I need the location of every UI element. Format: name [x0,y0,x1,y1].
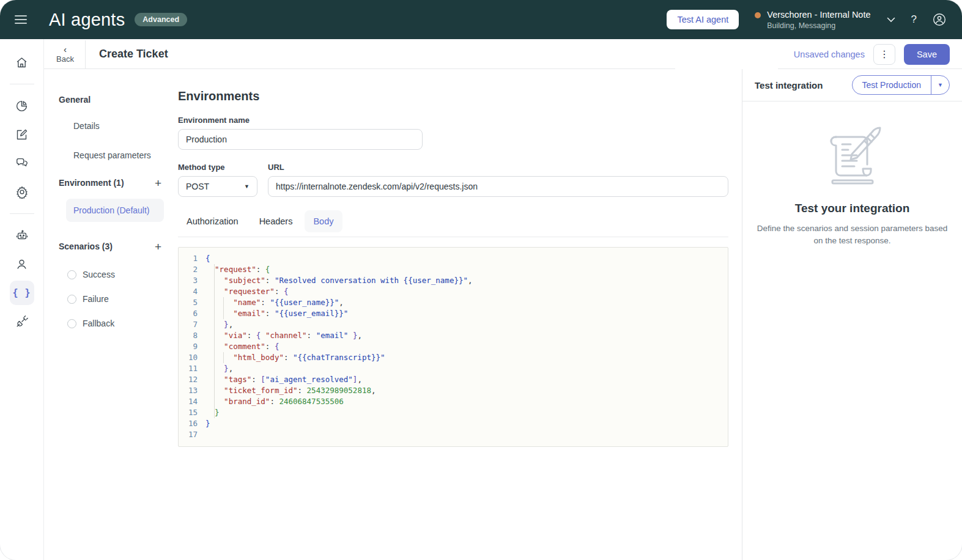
settings-gear-icon[interactable] [10,180,34,204]
user-avatar-icon[interactable] [933,13,946,26]
account-switcher[interactable]: Verschoren - Internal Note Building, Mes… [755,9,870,30]
test-integration-panel: Test integration Test Production ▼ [742,69,962,560]
environment-name-label: Environment name [178,116,423,125]
empty-state-title: Test your integration [795,202,910,215]
tab-headers[interactable]: Headers [251,210,302,232]
url-input[interactable] [268,176,728,197]
test-production-split-button[interactable]: Test Production ▼ [852,75,950,95]
header-divider [85,40,86,68]
icon-rail: { } [0,39,44,560]
url-label: URL [268,163,728,172]
scenario-option-failure[interactable]: Failure [60,287,178,311]
chevron-down-icon[interactable] [887,17,895,23]
analytics-pie-icon[interactable] [10,94,34,118]
nav-section-general[interactable]: General [59,90,178,109]
rail-divider [10,84,34,84]
caret-down-icon: ▼ [244,183,250,190]
hamburger-menu-icon[interactable] [15,15,27,24]
method-type-label: Method type [178,163,257,172]
nav-item-production-default[interactable]: Production (Default) [66,199,164,222]
indent-guide [223,352,224,363]
test-production-caret-button[interactable]: ▼ [931,76,949,94]
code-lines: 1{2 "request": {3 "subject": "Resolved c… [179,253,728,440]
unsaved-changes-label: Unsaved changes [794,50,865,59]
app-window: AI agents Advanced Test AI agent Verscho… [0,0,962,560]
plug-icon[interactable] [10,309,34,334]
tabs-divider [178,237,728,237]
account-status-dot [755,12,761,18]
app-title: AI agents [49,10,125,30]
empty-state-description: Define the scenarios and session paramet… [757,223,948,248]
request-config-tabs: Authorization Headers Body [178,210,728,232]
scroll-and-quill-illustration [813,123,892,186]
indent-guide [223,297,224,319]
account-name: Verschoren - Internal Note [767,9,870,20]
test-ai-agent-button[interactable]: Test AI agent [667,10,739,29]
json-body-editor[interactable]: 1{2 "request": {3 "subject": "Resolved c… [178,247,728,447]
scenario-option-fallback[interactable]: Fallback [60,311,178,336]
help-icon[interactable]: ? [911,13,917,26]
method-type-select[interactable]: POST ▼ [178,176,257,197]
more-options-kebab-button[interactable]: ⋮ [873,44,895,65]
add-environment-button[interactable]: + [152,176,164,190]
top-bar: AI agents Advanced Test AI agent Verscho… [0,0,962,39]
scenario-option-success[interactable]: Success [60,262,178,287]
settings-nav: General Details Request parameters Envir… [44,69,178,560]
nav-item-request-parameters[interactable]: Request parameters [66,144,164,167]
nav-section-environment[interactable]: Environment (1) [59,173,124,193]
section-heading: Environments [178,89,728,103]
radio-icon[interactable] [67,270,76,279]
save-button[interactable]: Save [904,44,950,65]
nav-section-scenarios[interactable]: Scenarios (3) [59,237,113,256]
environment-name-input[interactable] [178,129,423,150]
account-subtitle: Building, Messaging [767,21,870,30]
test-production-button[interactable]: Test Production [853,76,931,94]
tab-body[interactable]: Body [305,210,342,232]
back-chevron-icon: ‹ [64,45,67,54]
page-header: ‹ Back Create Ticket Unsaved changes ⋮ S… [44,39,962,69]
page-title: Create Ticket [99,48,168,61]
radio-icon[interactable] [67,295,76,304]
compose-icon[interactable] [10,122,34,147]
add-scenario-button[interactable]: + [152,240,164,254]
nav-item-details[interactable]: Details [66,114,164,138]
tab-authorization[interactable]: Authorization [178,210,247,232]
rail-divider [10,213,34,214]
test-integration-title: Test integration [755,80,823,90]
ai-agent-robot-icon[interactable] [10,223,34,248]
conversations-icon[interactable] [10,151,34,175]
home-icon[interactable] [10,50,34,75]
users-icon[interactable] [10,252,34,276]
plan-badge: Advanced [135,13,187,26]
radio-icon[interactable] [67,319,76,328]
back-button[interactable]: ‹ Back [49,43,81,65]
indent-guide [214,264,215,418]
integrations-braces-icon[interactable]: { } [10,281,34,305]
environment-form: Environments Environment name Method typ… [178,69,728,560]
